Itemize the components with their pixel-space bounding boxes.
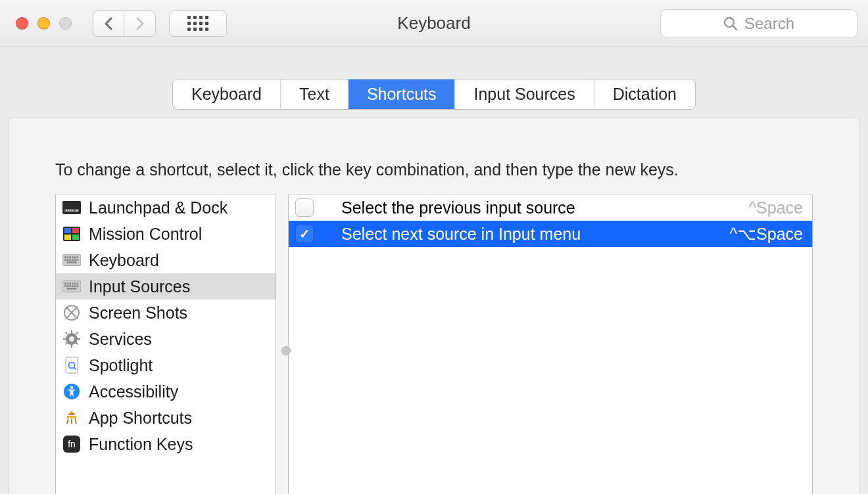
gear-icon (62, 330, 81, 348)
tab-label: Keyboard (191, 85, 262, 104)
category-item-accessibility[interactable]: Accessibility (56, 378, 276, 405)
svg-rect-53 (76, 332, 78, 334)
category-label: Services (89, 330, 152, 349)
svg-rect-51 (65, 332, 68, 334)
category-label: Mission Control (89, 225, 202, 244)
window-title: Keyboard (397, 13, 470, 34)
split-drag-handle[interactable] (281, 346, 291, 355)
window-controls (16, 17, 72, 30)
close-window-button[interactable] (16, 17, 28, 30)
category-item-app-shortcuts[interactable]: App Shortcuts (56, 405, 276, 431)
svg-point-59 (70, 386, 74, 390)
svg-rect-34 (76, 282, 78, 284)
search-input[interactable]: Search (660, 9, 857, 38)
shortcut-checkbox[interactable] (295, 225, 314, 243)
svg-rect-38 (72, 285, 74, 287)
tab-text[interactable]: Text (280, 79, 348, 109)
page-icon (62, 356, 81, 374)
category-item-spotlight[interactable]: Spotlight (56, 352, 276, 378)
category-item-function-keys[interactable]: fnFunction Keys (56, 431, 276, 457)
svg-rect-25 (74, 259, 76, 261)
shortcut-row[interactable]: Select next source in Input menu^⌥Space (289, 221, 812, 247)
category-label: Spotlight (89, 356, 153, 375)
svg-rect-40 (76, 285, 78, 287)
shortcut-keys[interactable]: ^⌥Space (729, 225, 803, 244)
shortcut-row[interactable]: Select the previous input source^Space (289, 194, 812, 221)
svg-line-1 (733, 26, 736, 30)
svg-rect-4 (66, 210, 67, 212)
shortcut-keys[interactable]: ^Space (748, 198, 803, 217)
svg-rect-37 (69, 285, 71, 287)
svg-rect-27 (67, 261, 77, 263)
screenshot-icon (62, 303, 81, 322)
content-panel: To change a shortcut, select it, click t… (9, 118, 859, 494)
svg-text:fn: fn (68, 439, 76, 449)
svg-rect-11 (72, 228, 79, 233)
svg-rect-48 (71, 344, 72, 348)
shortcut-checkbox[interactable] (295, 198, 314, 217)
search-placeholder: Search (744, 14, 794, 33)
zoom-window-button[interactable] (59, 17, 72, 30)
svg-rect-41 (67, 288, 77, 290)
chevron-right-icon (135, 17, 145, 30)
category-label: Keyboard (89, 251, 159, 270)
tab-bar: KeyboardTextShortcutsInput SourcesDictat… (172, 79, 696, 110)
svg-line-61 (67, 418, 68, 424)
back-button[interactable] (93, 11, 124, 37)
category-item-mission-control[interactable]: Mission Control (56, 221, 276, 247)
tab-label: Input Sources (473, 85, 575, 104)
titlebar: Keyboard Search (0, 0, 868, 47)
svg-rect-29 (64, 282, 66, 284)
svg-rect-6 (70, 210, 71, 212)
fn-icon: fn (62, 435, 81, 453)
svg-rect-20 (76, 256, 78, 258)
nav-buttons (93, 11, 156, 37)
category-item-screen-shots[interactable]: Screen Shots (56, 300, 276, 326)
svg-rect-18 (72, 256, 74, 258)
hint-text: To change a shortcut, select it, click t… (55, 160, 813, 179)
appstore-icon (62, 409, 81, 427)
shortcut-list[interactable]: Select the previous input source^SpaceSe… (288, 194, 813, 494)
svg-rect-22 (67, 259, 69, 261)
tab-keyboard[interactable]: Keyboard (173, 79, 280, 109)
tab-label: Dictation (613, 85, 677, 104)
category-label: Screen Shots (89, 303, 187, 323)
tab-input-sources[interactable]: Input Sources (454, 79, 593, 109)
category-item-services[interactable]: Services (56, 326, 276, 352)
svg-rect-39 (74, 285, 76, 287)
show-all-button[interactable] (169, 11, 227, 37)
category-item-input-sources[interactable]: Input Sources (56, 273, 276, 300)
svg-point-46 (69, 336, 74, 342)
svg-rect-5 (68, 210, 69, 212)
category-label: Function Keys (89, 435, 193, 454)
category-label: Input Sources (89, 277, 190, 296)
keyboard-icon (62, 251, 81, 269)
tab-dictation[interactable]: Dictation (594, 79, 695, 109)
mission-icon (62, 225, 81, 243)
chevron-left-icon (104, 17, 113, 30)
svg-rect-49 (63, 338, 66, 340)
dock-icon (62, 198, 81, 217)
category-label: Accessibility (89, 382, 178, 401)
tab-label: Text (299, 85, 329, 104)
accessibility-icon (62, 382, 81, 401)
svg-rect-60 (67, 416, 76, 418)
tab-shortcuts[interactable]: Shortcuts (348, 79, 455, 109)
svg-rect-19 (74, 256, 76, 258)
category-label: Launchpad & Dock (89, 198, 228, 217)
shortcut-label: Select next source in Input menu (341, 225, 729, 244)
svg-rect-10 (64, 228, 71, 233)
category-item-launchpad-dock[interactable]: Launchpad & Dock (56, 194, 276, 221)
svg-rect-33 (74, 282, 76, 284)
svg-rect-31 (69, 282, 71, 284)
svg-rect-35 (64, 285, 66, 287)
svg-line-62 (75, 418, 76, 424)
forward-button[interactable] (124, 11, 156, 37)
category-list[interactable]: Launchpad & DockMission ControlKeyboardI… (55, 194, 276, 494)
svg-rect-8 (76, 210, 78, 212)
grid-icon (187, 16, 208, 31)
svg-rect-36 (67, 285, 69, 287)
minimize-window-button[interactable] (37, 17, 50, 30)
svg-rect-13 (72, 235, 79, 240)
category-item-keyboard[interactable]: Keyboard (56, 247, 276, 273)
